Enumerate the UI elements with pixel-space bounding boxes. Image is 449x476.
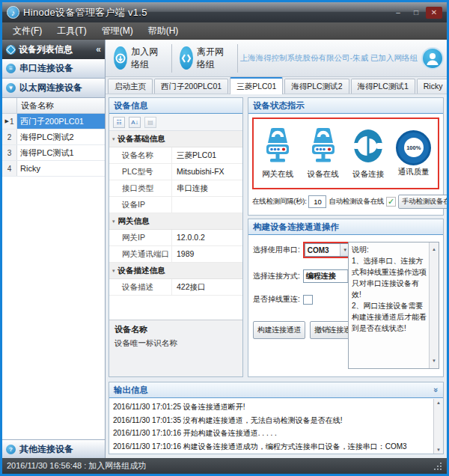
property-category[interactable]: ▾设备基础信息: [109, 131, 242, 147]
status-indicators-frame: 网关在线设备在线设备连接100%通讯质量: [252, 118, 439, 189]
output-scrollbar[interactable]: ▲ ▼: [433, 399, 443, 454]
menu-item-3[interactable]: 管理(M): [94, 22, 141, 40]
property-row[interactable]: 设备名称三菱PLC01: [109, 147, 242, 164]
titlebar: ♪ Hinode设备管理客户端 v1.5 – □ ✕: [2, 2, 447, 22]
category-collapse-icon: ▾: [112, 268, 115, 274]
scroll-up-icon[interactable]: ▲: [432, 244, 436, 255]
property-row[interactable]: PLC型号Mitsubishi-FX: [109, 164, 242, 180]
property-category[interactable]: ▾网关信息: [109, 213, 242, 230]
property-value: 1989: [172, 246, 242, 262]
serial-port-select[interactable]: COM3 ▼: [305, 243, 351, 257]
property-value: 三菱PLC01: [172, 147, 242, 163]
status-indicator-quality: 100%通讯质量: [391, 130, 436, 177]
property-category[interactable]: ▾设备描述信息: [109, 263, 242, 279]
row-number-cell: 3: [2, 145, 17, 160]
alphabetical-sort-icon[interactable]: A↓: [129, 117, 141, 128]
property-row[interactable]: 设备描述422接口: [109, 279, 242, 296]
menubar: 文件(F)工具(T)管理(M)帮助(H): [2, 22, 447, 40]
property-description-text: 设备唯一标识名称: [114, 338, 237, 349]
reconnect-label: 是否掉线重连:: [253, 294, 300, 305]
device-list-icon: [6, 45, 16, 55]
minimize-button[interactable]: –: [390, 7, 406, 19]
categorized-view-icon[interactable]: ☷: [113, 117, 125, 128]
menu-item-4[interactable]: 帮助(H): [141, 22, 186, 40]
tab-2[interactable]: 西门子200PLC01: [154, 79, 228, 94]
sidebar-collapse-icon[interactable]: «: [96, 44, 101, 55]
join-network-group-button[interactable]: 加入网络组: [109, 43, 169, 73]
serial-port-highlight-frame: COM3 ▼: [303, 242, 352, 258]
row-number: 1: [10, 118, 14, 126]
indicator-label: 网关在线: [262, 169, 293, 180]
tab-6[interactable]: Ricky: [417, 79, 449, 94]
property-value: Mitsubishi-FX: [172, 164, 242, 180]
property-label: 设备IP: [109, 197, 172, 213]
output-collapse-icon[interactable]: »: [429, 388, 444, 392]
detect-interval-row: 在线检测间隔(秒): 自动检测设备在线 ✓ 手动检测设备在线: [252, 192, 441, 210]
device-row[interactable]: ▶1西门子200PLC01: [2, 114, 105, 129]
auto-detect-checkbox[interactable]: ✓: [386, 197, 396, 207]
row-number-cell: ▶1: [2, 114, 17, 129]
property-pages-icon[interactable]: ▤: [144, 117, 156, 128]
auto-detect-label: 自动检测设备在线: [329, 197, 384, 207]
manual-detect-button[interactable]: 手动检测设备在线: [398, 195, 449, 209]
device-row[interactable]: 3海得PLC测试1: [2, 145, 105, 161]
row-number: 2: [7, 133, 12, 141]
category-label: 设备基础信息: [118, 134, 165, 144]
log-line: 2016/11/30 17:10:16 开始构建设备连接通道. . . . .: [113, 427, 431, 440]
other-device-icon: ?: [6, 445, 16, 454]
sidebar: 设备列表信息 « ≡ 串口连接设备 ▼ 以太网连接设备 设备名称 ▶1西门子20…: [2, 40, 106, 458]
device-name-column-header[interactable]: 设备名称: [17, 98, 105, 113]
sidebar-item-other-devices[interactable]: ? 其他连接设备: [2, 439, 105, 458]
property-label: 设备描述: [109, 279, 172, 295]
output-log-box: 2016/11/30 17:01:25 设备连接通道断开!2016/11/30 …: [109, 398, 443, 454]
build-channel-button[interactable]: 构建连接通道: [253, 321, 305, 339]
output-title: 输出信息: [114, 382, 148, 397]
property-value: 422接口: [172, 279, 242, 295]
instructions-box: 说明:1、选择串口、连接方式和掉线重连操作选项只对串口连接设备有效!2、网口连接…: [348, 242, 439, 369]
sidebar-header: 设备列表信息 «: [2, 40, 105, 59]
property-description-title: 设备名称: [114, 324, 237, 335]
scroll-down-icon[interactable]: ▼: [432, 356, 436, 367]
menu-item-2[interactable]: 工具(T): [49, 22, 94, 40]
property-label: PLC型号: [109, 164, 172, 180]
property-row[interactable]: 设备IP: [109, 197, 242, 213]
property-row[interactable]: 网关IP12.0.0.2: [109, 230, 242, 246]
reconnect-checkbox[interactable]: [303, 295, 313, 305]
tab-3[interactable]: 三菱PLC01: [230, 77, 283, 94]
tab-5[interactable]: 海得PLC测试1: [351, 79, 415, 94]
statusbar-text: 2016/11/30 16:56:48 : 加入网络组成功: [7, 460, 146, 472]
connection-channel-body: 选择使用串口: COM3 ▼ 选择连接方式: 编程连接: [248, 236, 443, 376]
sidebar-item-serial-devices[interactable]: ≡ 串口连接设备: [2, 59, 105, 79]
property-row[interactable]: 接口类型串口连接: [109, 180, 242, 197]
selected-row-marker: ▶: [5, 118, 9, 124]
sidebar-header-label: 设备列表信息: [19, 43, 73, 56]
connect-mode-label: 选择连接方式:: [253, 271, 300, 281]
device-status-panel-header: 设备状态指示: [248, 98, 443, 114]
connect-mode-value: 编程连接: [304, 271, 347, 281]
gateway-status-icon: [262, 127, 293, 168]
property-row[interactable]: 网关通讯端口1989: [109, 246, 242, 263]
device-status-title: 设备状态指示: [253, 98, 305, 113]
leave-network-group-button[interactable]: 离开网络组: [174, 43, 235, 73]
tab-4[interactable]: 海得PLC测试2: [284, 79, 349, 94]
close-button[interactable]: ✕: [426, 7, 442, 19]
category-label: 设备描述信息: [118, 266, 165, 276]
instructions-scrollbar[interactable]: ▲ ▼: [429, 242, 439, 368]
tab-1[interactable]: 启动主页: [108, 79, 153, 94]
maximize-button[interactable]: □: [408, 7, 424, 19]
scroll-up-icon[interactable]: ▲: [436, 400, 441, 405]
property-grid-toolbar: ☷ A↓ ▤: [109, 114, 242, 131]
menu-item-1[interactable]: 文件(F): [5, 22, 49, 40]
device-row[interactable]: 4Ricky: [2, 161, 105, 177]
sidebar-item-ethernet-devices[interactable]: ▼ 以太网连接设备: [2, 79, 105, 98]
category-collapse-icon: ▾: [112, 136, 115, 142]
serial-port-value: COM3: [305, 246, 340, 254]
property-value: 串口连接: [172, 180, 242, 196]
user-avatar-icon[interactable]: [421, 47, 444, 70]
device-row[interactable]: 2海得PLC测试2: [2, 129, 105, 145]
scroll-down-icon[interactable]: ▼: [436, 448, 441, 452]
indicator-label: 设备连接: [352, 169, 384, 180]
interval-input[interactable]: [308, 195, 326, 208]
resize-grip[interactable]: [433, 462, 442, 471]
category-collapse-icon: ▾: [112, 219, 115, 225]
